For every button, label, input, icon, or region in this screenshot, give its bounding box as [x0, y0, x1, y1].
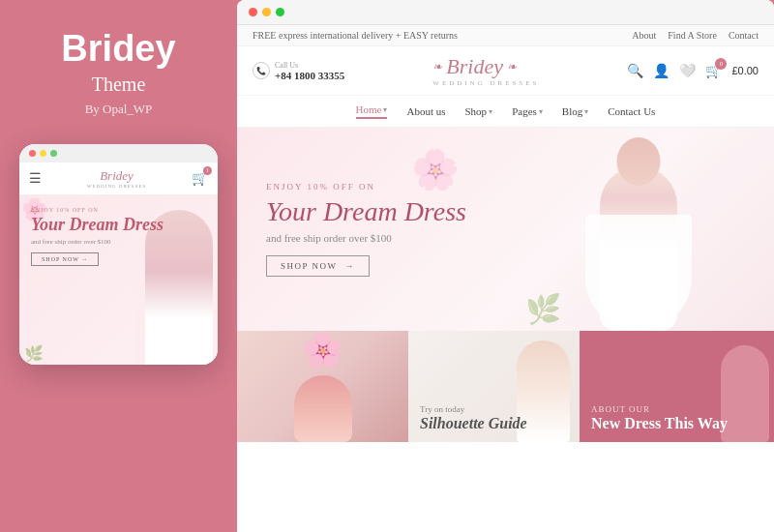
cart-icon-wrap[interactable]: 🛒 0: [705, 63, 722, 79]
mobile-hero-text: ENJOY 10% OFF ON Your Dream Dress and fr…: [31, 207, 206, 267]
nav-shop-label: Shop: [465, 105, 488, 117]
thumb-2-text: Try on today Silhouette Guide: [420, 404, 527, 432]
thumbnail-3: About Our New Dress This Way: [580, 331, 774, 442]
thumb-1-content: 🌸: [294, 331, 352, 442]
thumb-3-model: [721, 331, 769, 442]
mobile-mockup: ☰ Bridey WEDDING DRESSES 🛒 1 🌸 ENJOY 10%…: [19, 144, 218, 365]
thumb-2-try-label: Try on today: [420, 404, 527, 414]
nav-pages-chevron: ▾: [539, 107, 543, 116]
nav-blog-chevron: ▾: [584, 107, 588, 116]
search-icon[interactable]: 🔍: [627, 63, 643, 79]
nav-item-blog[interactable]: Blog ▾: [562, 105, 588, 117]
logo-name: Bridey: [446, 54, 503, 79]
header-logo: ❧ Bridey ❧ WEDDING DRESSES: [432, 54, 539, 87]
nav-home-label: Home: [356, 103, 382, 115]
logo-tagline: WEDDING DRESSES: [432, 79, 539, 87]
thumb-3-title: New Dress This Way: [591, 414, 728, 432]
nav-item-contact[interactable]: Contact Us: [608, 105, 655, 117]
thumb-3-silhouette: [721, 345, 769, 442]
cart-badge: 0: [715, 58, 727, 70]
thumb-3-about-label: About Our: [591, 404, 728, 414]
site-navigation: Home ▾ About us Shop ▾ Pages ▾ Blog ▾ Co…: [237, 96, 774, 128]
browser-window: FREE express international delivery + EA…: [237, 0, 774, 532]
hero-btn-label: SHOP NOW: [281, 261, 337, 271]
mobile-dot-yellow: [40, 150, 46, 157]
topbar-announcement: FREE express international delivery + EA…: [253, 30, 458, 41]
hero-subtitle: and free ship order over $100: [266, 232, 466, 244]
thumb-2-main-text: Silhouette Guide: [420, 414, 527, 432]
logo-right-decoration: ❧: [507, 60, 517, 74]
mobile-floral-bottom-right: 🌿: [24, 344, 44, 363]
browser-content: FREE express international delivery + EA…: [237, 25, 774, 532]
mobile-dot-green: [50, 150, 57, 157]
thumb-3-text: About Our New Dress This Way: [591, 404, 728, 432]
brand-subtitle: Theme: [92, 74, 146, 96]
topbar-links: About Find A Store Contact: [632, 30, 759, 41]
nav-item-shop[interactable]: Shop ▾: [465, 105, 493, 117]
nav-about-label: About us: [406, 105, 445, 117]
header-phone: 📞 Call Us +84 1800 33355: [253, 61, 344, 81]
logo-text: ❧ Bridey ❧: [432, 54, 539, 79]
header-icons: 🔍 👤 🤍 🛒 0 £0.00: [627, 63, 759, 79]
browser-dot-green: [276, 8, 284, 16]
logo-left-decoration: ❧: [432, 60, 442, 74]
topbar-about-link[interactable]: About: [632, 30, 656, 41]
call-us-label: Call Us: [275, 61, 344, 70]
nav-contact-label: Contact Us: [608, 105, 655, 117]
thumbnail-2: Try on today Silhouette Guide: [408, 331, 580, 442]
model-figure: [561, 137, 716, 331]
nav-pages-label: Pages: [512, 105, 537, 117]
hero-title: Your Dream Dress: [266, 195, 466, 228]
nav-item-about[interactable]: About us: [406, 105, 445, 117]
mobile-cart-badge: 1: [203, 166, 212, 175]
thumb-1-floral: 🌸: [302, 331, 344, 370]
browser-dot-red: [249, 8, 257, 16]
site-topbar: FREE express international delivery + EA…: [237, 25, 774, 46]
mobile-logo-wrap: Bridey WEDDING DRESSES: [87, 168, 147, 189]
wishlist-icon[interactable]: 🤍: [679, 63, 696, 79]
thumbnail-1: 🌸: [237, 331, 408, 442]
hero-section: ENJOY 10% OFF ON Your Dream Dress and fr…: [237, 128, 774, 331]
topbar-find-store-link[interactable]: Find A Store: [668, 30, 717, 41]
phone-text: Call Us +84 1800 33355: [275, 61, 344, 81]
browser-dot-yellow: [262, 8, 271, 16]
nav-item-home[interactable]: Home ▾: [356, 103, 388, 119]
nav-item-pages[interactable]: Pages ▾: [512, 105, 543, 117]
mobile-hero-small: ENJOY 10% OFF ON: [31, 207, 206, 213]
nav-home-chevron: ▾: [383, 105, 387, 114]
mobile-shop-now-button[interactable]: SHOP NOW →: [31, 252, 99, 266]
model-dress: [585, 215, 692, 331]
phone-number: +84 1800 33355: [275, 70, 344, 81]
thumb-1-model: [294, 375, 352, 442]
mobile-hero-subtitle: and free ship order over $100: [31, 238, 206, 246]
mobile-logo: Bridey: [87, 168, 147, 184]
mobile-hero: 🌸 ENJOY 10% OFF ON Your Dream Dress and …: [19, 195, 218, 365]
site-header: 📞 Call Us +84 1800 33355 ❧ Bridey ❧ WEDD…: [237, 46, 774, 96]
nav-shop-chevron: ▾: [489, 107, 492, 116]
hero-model: [542, 128, 735, 331]
user-icon[interactable]: 👤: [653, 63, 670, 79]
mobile-dot-red: [29, 150, 36, 157]
mobile-menu-icon: ☰: [29, 170, 42, 187]
browser-bar: [237, 0, 774, 25]
mobile-header: ☰ Bridey WEDDING DRESSES 🛒 1: [19, 163, 218, 195]
mobile-cart-icon[interactable]: 🛒 1: [192, 170, 208, 187]
hero-btn-arrow: →: [344, 261, 355, 271]
hero-content: ENJOY 10% OFF ON Your Dream Dress and fr…: [237, 163, 495, 297]
mobile-logo-tagline: WEDDING DRESSES: [87, 184, 147, 189]
brand-by: By Opal_WP: [85, 102, 153, 117]
hero-small-text: ENJOY 10% OFF ON: [266, 182, 466, 192]
model-head: [617, 137, 661, 186]
mobile-hero-title: Your Dream Dress: [31, 215, 206, 236]
thumbnail-section: 🌸 Try on today Silhouette Guide: [237, 331, 774, 442]
phone-icon: 📞: [253, 62, 270, 79]
brand-title: Bridey: [61, 29, 175, 70]
topbar-contact-link[interactable]: Contact: [729, 30, 759, 41]
hero-shop-now-button[interactable]: SHOP NOW →: [266, 255, 370, 277]
left-panel: Bridey Theme By Opal_WP ☰ Bridey WEDDING…: [0, 0, 237, 532]
cart-price: £0.00: [731, 65, 759, 76]
mobile-browser-bar: [19, 144, 218, 163]
nav-blog-label: Blog: [562, 105, 582, 117]
